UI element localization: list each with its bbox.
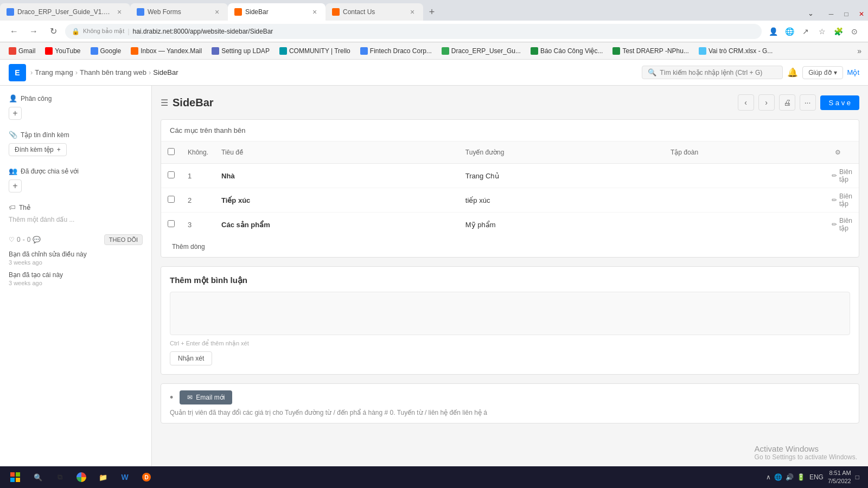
row1-title: Nhà	[215, 164, 459, 188]
forward-button[interactable]: →	[26, 24, 41, 39]
reload-button[interactable]: ↻	[46, 24, 61, 39]
minimize-button[interactable]: ─	[825, 8, 838, 21]
tab-overflow-button[interactable]: ⌄	[803, 5, 818, 21]
url-text: hai.drabiz.net:8000/app/website-sidebar/…	[133, 28, 273, 35]
tab-4-favicon	[332, 8, 340, 16]
menu-icon[interactable]: ☰	[161, 98, 168, 108]
shared-icon: 👥	[9, 167, 17, 175]
tab-1[interactable]: Draco_ERP_User_Guide_V1.3_We ×	[0, 3, 130, 21]
tray-volume-icon[interactable]: 🔊	[786, 473, 794, 481]
notification-icon[interactable]: □	[856, 473, 859, 481]
bookmark-draco[interactable]: Draco_ERP_User_Gu...	[437, 45, 525, 57]
tray-battery-icon[interactable]: 🔋	[797, 473, 805, 481]
extension-icon[interactable]: 🧩	[831, 24, 845, 38]
bookmark-testdra[interactable]: Test DRAERP -NPhu...	[608, 45, 693, 57]
gear-icon[interactable]: ⚙	[832, 146, 845, 159]
bookmark-ldap[interactable]: Setting up LDAP	[207, 45, 274, 57]
bell-icon[interactable]: 🔔	[787, 67, 798, 78]
tab-3[interactable]: SideBar ×	[228, 3, 326, 21]
bookmarks-more[interactable]: »	[855, 44, 864, 57]
help-chevron: ▾	[834, 69, 837, 76]
bookmark-fintech[interactable]: Fintech Draco Corp...	[356, 45, 436, 57]
save-button[interactable]: S a v e	[820, 95, 859, 110]
help-button[interactable]: Giúp đỡ ▾	[802, 66, 843, 79]
back-button[interactable]: ←	[7, 24, 22, 39]
bookmark-icon[interactable]: ☆	[815, 24, 829, 38]
row1-edit[interactable]: ✏ Biên tập	[825, 164, 859, 188]
follow-button[interactable]: THEO DÕI	[104, 234, 143, 245]
close-button[interactable]: ✕	[855, 8, 868, 21]
shared-add-button[interactable]: +	[9, 179, 22, 192]
user-name[interactable]: Một	[847, 68, 859, 76]
profile-icon[interactable]: 👤	[766, 24, 780, 38]
bookmark-google[interactable]: Google	[86, 45, 126, 57]
bookmark-vaitro[interactable]: Vai trò CRM.xlsx - G...	[694, 45, 777, 57]
next-button[interactable]: ›	[758, 94, 775, 111]
email-icon: ✉	[187, 394, 193, 401]
add-row-button[interactable]: Thêm dòng	[168, 241, 209, 253]
url-separator: |	[127, 28, 129, 35]
word-taskbar-button[interactable]: W	[115, 467, 135, 487]
bookmark-youtube[interactable]: YouTube	[41, 45, 85, 57]
tab-1-close[interactable]: ×	[115, 8, 124, 16]
row3-edit[interactable]: ✏ Biên tập	[825, 213, 859, 237]
select-all-checkbox[interactable]	[168, 148, 175, 155]
row3-checkbox[interactable]	[161, 213, 181, 237]
email-new-button[interactable]: ✉ Email mới	[180, 390, 232, 404]
app-taskbar-button[interactable]: D	[137, 467, 156, 487]
search-taskbar-button[interactable]: 🔍	[28, 467, 48, 487]
youtube-favicon	[45, 47, 53, 55]
tab-2-close[interactable]: ×	[213, 8, 221, 16]
attach-section-title: 📎 Tập tin đính kèm	[9, 131, 143, 139]
row1-edit-link[interactable]: ✏ Biên tập	[832, 168, 852, 183]
tray-network-icon[interactable]: 🌐	[774, 473, 782, 481]
bottom-text: Quản trị viên đã thay đổi các giá trị ch…	[170, 409, 850, 416]
comment-textarea[interactable]	[170, 292, 850, 335]
draco-favicon	[442, 47, 449, 55]
tab-3-close[interactable]: ×	[310, 8, 319, 16]
bookmark-vaitro-label: Vai trò CRM.xlsx - G...	[709, 47, 773, 55]
file-explorer-button[interactable]: 📁	[93, 467, 113, 487]
row3-title: Các sản phẩm	[215, 213, 459, 237]
start-button[interactable]	[4, 467, 26, 487]
new-tab-button[interactable]: +	[423, 3, 441, 21]
tab-4[interactable]: Contact Us ×	[326, 3, 423, 21]
row1-checkbox[interactable]	[161, 164, 181, 188]
more-options-button[interactable]: ···	[800, 94, 816, 111]
prev-button[interactable]: ‹	[738, 94, 754, 111]
tab-4-close[interactable]: ×	[408, 8, 417, 16]
url-security-label: Không bảo mật	[83, 28, 124, 35]
tag-placeholder[interactable]: Thêm một đánh dấu ...	[9, 216, 143, 223]
row2-checkbox[interactable]	[161, 188, 181, 213]
likes-count[interactable]: ♡ 0 - 0 💬	[9, 236, 41, 243]
attach-file-button[interactable]: Đính kèm tệp +	[9, 143, 67, 156]
tray-up-arrow[interactable]: ∧	[766, 473, 771, 481]
bookmark-yandex[interactable]: Inbox — Yandex.Mail	[126, 45, 206, 57]
activity-1-time: 3 weeks ago	[9, 259, 143, 266]
print-button[interactable]: 🖨	[779, 94, 795, 111]
bookmark-trello[interactable]: COMMUNITY | Trello	[275, 45, 355, 57]
row2-group	[664, 188, 825, 213]
row3-edit-link[interactable]: ✏ Biên tập	[832, 217, 852, 232]
share-icon[interactable]: ↗	[799, 24, 813, 38]
chrome-taskbar-button[interactable]	[72, 467, 91, 487]
breadcrumb-trang-mang[interactable]: Trang mạng	[35, 68, 73, 76]
bookmark-gmail[interactable]: Gmail	[4, 45, 40, 57]
assign-add-button[interactable]: +	[9, 107, 22, 120]
row2-edit[interactable]: ✏ Biên tập	[825, 188, 859, 213]
restore-button[interactable]: □	[840, 8, 853, 21]
search-input[interactable]	[660, 69, 777, 76]
task-view-button[interactable]: ⧉	[50, 467, 69, 487]
baocao-favicon	[531, 47, 538, 55]
comment-button[interactable]: Nhận xét	[170, 351, 212, 365]
translate-icon[interactable]: 🌐	[782, 24, 796, 38]
bookmark-baocao[interactable]: Báo Cáo Công Việc...	[526, 45, 608, 57]
user-profile-icon[interactable]: ⊙	[847, 24, 861, 38]
svg-rect-3	[16, 478, 20, 482]
breadcrumb-thanh-ben[interactable]: Thanh bên trang web	[80, 68, 146, 76]
row2-edit-link[interactable]: ✏ Biên tập	[832, 192, 852, 208]
app-logo[interactable]: E	[9, 64, 26, 81]
url-bar[interactable]: 🔒 Không bảo mật | hai.drabiz.net:8000/ap…	[65, 24, 762, 39]
tab-2[interactable]: Web Forms ×	[130, 3, 228, 21]
header-search[interactable]: 🔍	[642, 66, 783, 79]
